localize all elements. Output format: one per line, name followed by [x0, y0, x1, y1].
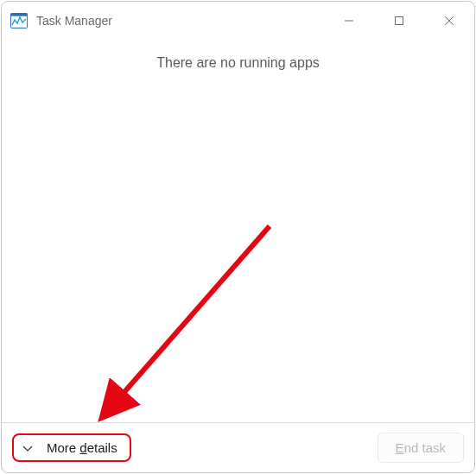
end-task-button[interactable]: End task: [378, 433, 464, 463]
more-details-button[interactable]: More details: [12, 433, 131, 462]
chevron-down-icon: [21, 441, 35, 455]
content-area: There are no running apps: [2, 40, 474, 422]
more-details-label: More details: [47, 440, 117, 455]
maximize-button[interactable]: [374, 2, 424, 40]
close-button[interactable]: [424, 2, 474, 40]
minimize-button[interactable]: [324, 2, 374, 40]
task-manager-window: Task Manager There are no running apps: [1, 1, 475, 473]
svg-rect-1: [11, 14, 28, 16]
no-apps-message: There are no running apps: [2, 55, 474, 71]
task-manager-icon: [10, 13, 28, 28]
footer: More details End task: [2, 422, 474, 472]
window-title: Task Manager: [36, 14, 324, 28]
titlebar: Task Manager: [2, 2, 474, 40]
window-controls: [324, 2, 474, 40]
end-task-label: End task: [396, 440, 446, 455]
svg-rect-3: [396, 17, 403, 25]
